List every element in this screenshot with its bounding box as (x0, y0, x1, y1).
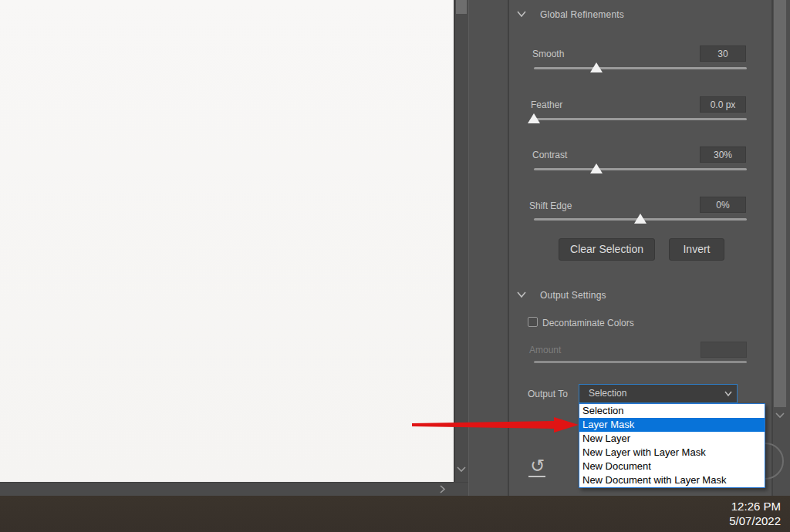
dropdown-option-new-document-with-layer-mask[interactable]: New Document with Layer Mask (579, 473, 765, 487)
select-chevron-down-icon[interactable] (724, 390, 733, 397)
shift-edge-label: Shift Edge (529, 200, 572, 211)
dropdown-option-new-layer[interactable]: New Layer (579, 432, 765, 446)
document-canvas[interactable] (0, 0, 454, 482)
section-collapse-chevron-icon[interactable] (516, 291, 527, 298)
section-collapse-chevron-icon[interactable] (516, 10, 527, 18)
decontaminate-colors-label: Decontaminate Colors (542, 318, 634, 328)
dropdown-option-new-layer-with-layer-mask[interactable]: New Layer with Layer Mask (579, 446, 765, 460)
canvas-horizontal-scrollbar[interactable] (0, 482, 468, 496)
scroll-down-icon[interactable] (456, 465, 467, 473)
shift-edge-slider-thumb[interactable] (634, 214, 647, 224)
red-annotation-arrow-icon (409, 415, 580, 435)
clear-selection-button[interactable]: Clear Selection (559, 238, 655, 261)
output-settings-header[interactable]: Output Settings (540, 290, 606, 301)
smooth-value-input[interactable]: 30 (700, 45, 746, 62)
smooth-slider-track[interactable] (534, 67, 747, 69)
feather-label: Feather (531, 99, 562, 110)
amount-label: Amount (529, 345, 561, 355)
dropdown-option-selection[interactable]: Selection (579, 404, 765, 418)
reset-workspace-icon[interactable]: ↺ (526, 456, 549, 481)
taskbar-clock[interactable]: 12:26 PM 5/07/2022 (729, 499, 781, 528)
smooth-label: Smooth (532, 49, 564, 59)
panel-scroll-down-icon[interactable] (774, 411, 786, 419)
shift-edge-value-input[interactable]: 0% (700, 197, 746, 213)
feather-slider-thumb[interactable] (528, 113, 540, 123)
taskbar-date: 5/07/2022 (729, 513, 781, 528)
smooth-slider-thumb[interactable] (590, 62, 603, 72)
canvas-vertical-scrollbar-thumb[interactable] (456, 0, 467, 14)
panel-vertical-scrollbar-thumb[interactable] (774, 0, 786, 407)
taskbar-time: 12:26 PM (729, 499, 781, 513)
amount-value-input (701, 342, 747, 358)
reset-workspace-icon[interactable] (528, 476, 545, 477)
windows-taskbar: 12:26 PM 5/07/2022 (0, 496, 790, 532)
global-refinements-header[interactable]: Global Refinements (540, 9, 624, 20)
contrast-value-input[interactable]: 30% (700, 146, 746, 163)
contrast-slider-track[interactable] (534, 168, 747, 170)
contrast-slider-thumb[interactable] (590, 163, 603, 173)
dropdown-option-layer-mask[interactable]: Layer Mask (579, 418, 765, 432)
contrast-label: Contrast (532, 150, 567, 160)
scroll-right-icon[interactable] (437, 484, 447, 494)
output-to-select[interactable]: Selection (579, 384, 738, 403)
feather-value-input[interactable]: 0.0 px (700, 96, 746, 113)
feather-slider-track[interactable] (534, 118, 747, 120)
invert-button[interactable]: Invert (669, 238, 724, 261)
dropdown-option-new-document[interactable]: New Document (579, 460, 765, 473)
output-to-dropdown-list: Selection Layer Mask New Layer New Layer… (579, 403, 765, 488)
decontaminate-colors-checkbox[interactable] (528, 317, 538, 327)
output-to-label: Output To (528, 389, 568, 399)
amount-slider-track (534, 361, 747, 363)
